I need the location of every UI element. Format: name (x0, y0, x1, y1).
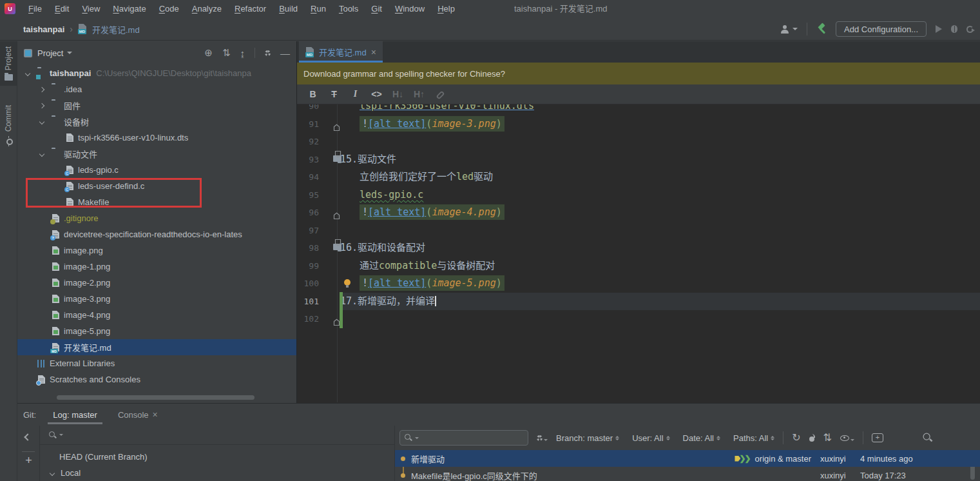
menu-refactor[interactable]: Refactor (228, 0, 273, 17)
close-icon[interactable]: × (371, 47, 376, 57)
tree-item[interactable]: image.png (17, 242, 296, 259)
tree-item[interactable]: image-1.png (17, 259, 296, 275)
menu-window[interactable]: Window (389, 0, 431, 17)
menu-navigate[interactable]: Navigate (106, 0, 152, 17)
tree-item[interactable]: .gitignore (17, 210, 296, 226)
chevron-right-icon[interactable] (39, 103, 44, 108)
filter-branch[interactable]: Branch: master (556, 433, 619, 443)
editor-line[interactable]: 91![alt text](image-3.png) (297, 115, 980, 133)
chevron-right-icon[interactable] (39, 86, 44, 92)
branch-item[interactable]: Local (40, 465, 394, 481)
build-hammer-icon[interactable] (816, 24, 827, 34)
filter-paths[interactable]: Paths: All (733, 433, 774, 443)
locate-file-icon[interactable]: ⊕ (204, 47, 213, 59)
tree-item[interactable]: External Libraries (17, 355, 296, 371)
filter-date[interactable]: Date: All (683, 433, 720, 443)
tree-item[interactable]: .idea (17, 81, 296, 97)
tree-item[interactable]: Scratches and Consoles (17, 371, 296, 388)
menu-git[interactable]: Git (365, 0, 389, 17)
editor-content[interactable]: 90tspi-rk3566-user-v10-linux.dts91![alt … (297, 104, 980, 402)
editor-line[interactable]: 97 (297, 222, 980, 240)
tab-log-master[interactable]: Log: master (45, 404, 105, 426)
add-icon[interactable]: + (17, 454, 40, 467)
tool-window-project-button[interactable]: Project (0, 41, 17, 86)
tree-item[interactable]: MD开发笔记.md (17, 339, 296, 355)
menu-view[interactable]: View (75, 0, 106, 17)
debug-icon[interactable] (951, 25, 957, 33)
tab-console[interactable]: Console × (110, 404, 166, 426)
tree-item[interactable]: 设备树 (17, 113, 296, 130)
expand-collapse-icon[interactable]: ⇅ (222, 47, 231, 59)
editor-line[interactable]: 9816.驱动和设备配对 (297, 239, 980, 257)
tree-item[interactable]: taishanpaiC:\Users\QINGJUE\Desktop\git\t… (17, 65, 296, 81)
gear-icon[interactable] (265, 50, 271, 56)
horizontal-scrollbar[interactable] (57, 395, 255, 400)
chevron-down-icon[interactable] (50, 470, 55, 475)
breadcrumb-file[interactable]: 开发笔记.md (92, 23, 140, 35)
editor-line[interactable]: 9315.驱动文件 (297, 151, 980, 169)
editor-line[interactable]: 102 (297, 310, 980, 328)
app-logo-icon[interactable]: U (5, 3, 15, 14)
search-icon[interactable] (923, 433, 933, 443)
tree-item[interactable]: 驱动文件 (17, 146, 296, 162)
editor-line[interactable]: 100![alt text](image-5.png) (297, 275, 980, 293)
view-options-button[interactable] (840, 435, 854, 441)
sort-icon[interactable]: ⇅ (823, 433, 832, 443)
menu-run[interactable]: Run (304, 0, 332, 17)
editor-line[interactable]: 94立创给我们定好了一个led驱动 (297, 168, 980, 186)
editor-line[interactable]: 10117.新增驱动，并编译 (297, 293, 980, 311)
tree-item[interactable]: image-5.png (17, 323, 296, 339)
tree-item[interactable]: image-2.png (17, 275, 296, 291)
add-configuration-button[interactable]: Add Configuration... (836, 21, 927, 37)
tree-item[interactable]: tspi-rk3566-user-v10-linux.dts (17, 130, 296, 146)
menu-analyze[interactable]: Analyze (186, 0, 228, 17)
filter-user[interactable]: User: All (632, 433, 669, 443)
editor-line[interactable]: 99通过compatible与设备树配对 (297, 257, 980, 275)
commit-search-field[interactable] (399, 430, 528, 446)
header-down-icon[interactable]: H↓ (387, 89, 408, 99)
editor-line[interactable]: 92 (297, 133, 980, 151)
menu-edit[interactable]: Edit (48, 0, 75, 17)
bold-icon[interactable]: B (302, 89, 323, 99)
chevron-down-icon[interactable] (25, 70, 30, 75)
tree-item[interactable]: 固件 (17, 97, 296, 113)
tree-item[interactable]: Cleds-gpio.c (17, 162, 296, 178)
editor-line[interactable]: 95leds-gpio.c (297, 186, 980, 204)
profiler-icon[interactable] (966, 26, 974, 33)
branch-item[interactable]: HEAD (Current Branch) (40, 449, 394, 465)
menu-file[interactable]: File (22, 0, 48, 17)
menu-build[interactable]: Build (273, 0, 304, 17)
breadcrumb-project[interactable]: taishanpai (23, 25, 64, 34)
collapse-left-icon[interactable] (24, 433, 31, 440)
collapse-all-icon[interactable]: ↨ (240, 48, 245, 59)
user-menu-button[interactable] (781, 25, 798, 34)
close-icon[interactable]: × (153, 409, 158, 420)
code-span-icon[interactable]: <> (366, 89, 387, 99)
menu-help[interactable]: Help (431, 0, 461, 17)
tree-item[interactable]: image-4.png (17, 307, 296, 323)
chevron-down-icon[interactable] (39, 119, 44, 124)
commit-row[interactable]: Makefile是led-gpio.c同级文件下的xuxinyiToday 17… (395, 467, 980, 481)
editor-line[interactable]: 90tspi-rk3566-user-v10-linux.dts (297, 104, 980, 115)
project-panel-title[interactable]: Project (37, 48, 63, 58)
commit-row[interactable]: 新增驱动❯❯origin & masterxuxinyi4 minutes ag… (395, 450, 980, 467)
hide-panel-icon[interactable]: — (280, 48, 290, 59)
editor-tab[interactable]: MD 开发笔记.md × (299, 41, 383, 63)
chevron-down-icon[interactable] (67, 52, 72, 54)
menu-code[interactable]: Code (153, 0, 186, 17)
tree-item[interactable]: Makefile (17, 194, 296, 210)
tree-item[interactable]: Cleds-user-defind.c (17, 178, 296, 194)
vcs-change-bar[interactable] (340, 292, 343, 328)
goto-hash-icon[interactable]: + (872, 433, 883, 442)
header-up-icon[interactable]: H↑ (408, 89, 430, 99)
italic-icon[interactable]: I (345, 89, 366, 99)
refresh-icon[interactable]: ↻ (792, 433, 800, 443)
editor-line[interactable]: 96![alt text](image-4.png) (297, 204, 980, 222)
chevron-down-icon[interactable] (39, 151, 44, 156)
strikethrough-icon[interactable]: T (323, 89, 345, 99)
cherry-pick-icon[interactable] (809, 434, 815, 442)
tree-item[interactable]: image-3.png (17, 291, 296, 307)
tool-window-commit-button[interactable]: Commit (0, 100, 17, 151)
run-icon[interactable] (936, 25, 942, 33)
link-icon[interactable] (430, 89, 451, 99)
